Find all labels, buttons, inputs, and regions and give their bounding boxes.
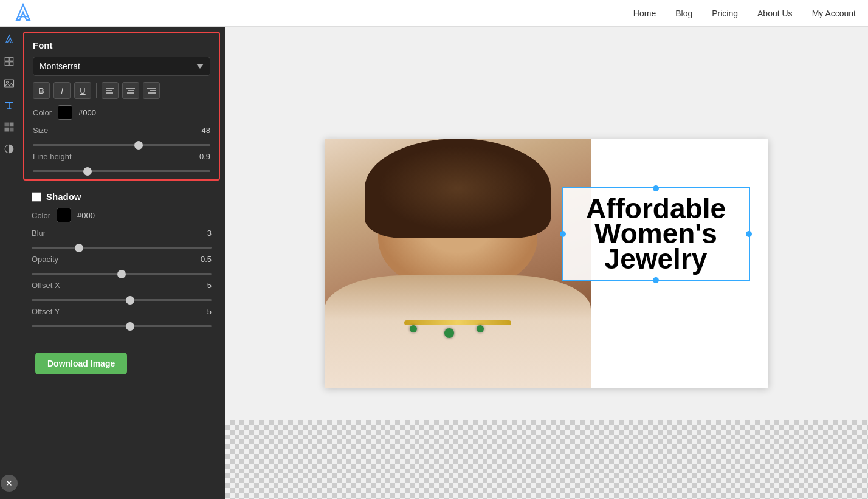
shadow-title: Shadow <box>46 191 81 202</box>
offset-x-slider-container <box>32 292 212 301</box>
main-area: ✕ Font Montserrat Arial Helvetica Georgi… <box>0 27 868 499</box>
nav-pricing[interactable]: Pricing <box>712 9 738 18</box>
align-left-button[interactable] <box>102 82 119 99</box>
offset-x-row: Offset X 5 <box>32 281 212 290</box>
shadow-color-label: Color <box>32 211 50 220</box>
download-area: Download Image <box>18 333 225 390</box>
shadow-color-swatch[interactable] <box>57 208 71 222</box>
size-slider[interactable] <box>33 144 210 146</box>
nav-about[interactable]: About Us <box>757 9 793 18</box>
opacity-slider-container <box>32 266 212 275</box>
blur-row: Blur 3 <box>32 229 212 238</box>
offset-y-row: Offset Y 5 <box>32 307 212 316</box>
font-color-label: Color <box>33 108 52 117</box>
offset-y-label: Offset Y <box>32 307 60 316</box>
left-panel: Font Montserrat Arial Helvetica Georgia … <box>18 27 225 499</box>
logo <box>12 2 34 24</box>
svg-rect-9 <box>10 128 14 132</box>
sidebar-icon-pattern[interactable] <box>2 120 16 134</box>
font-color-swatch[interactable] <box>58 105 72 120</box>
nav-blog[interactable]: Blog <box>675 9 692 18</box>
bold-button[interactable]: B <box>33 82 50 99</box>
format-row: B I U <box>33 82 210 99</box>
align-center-button[interactable] <box>122 82 139 99</box>
shadow-color-row: Color #000 <box>32 208 212 222</box>
shadow-color-hex: #000 <box>77 211 95 220</box>
size-slider-container <box>33 137 210 146</box>
font-section-title: Font <box>33 40 210 50</box>
sidebar-icon-layers[interactable] <box>2 55 16 68</box>
blur-slider-container <box>32 240 212 249</box>
nav-account[interactable]: My Account <box>812 9 856 18</box>
svg-rect-7 <box>10 123 14 127</box>
ad-text-block[interactable]: AffordableWomen'sJewelry <box>562 187 750 281</box>
top-nav: Home Blog Pricing About Us My Account <box>633 9 856 18</box>
offset-x-slider[interactable] <box>32 299 212 301</box>
svg-rect-4 <box>5 80 14 87</box>
line-height-slider[interactable] <box>33 170 210 172</box>
line-height-row: Line height 0.9 <box>33 152 210 161</box>
font-section: Font Montserrat Arial Helvetica Georgia … <box>23 32 220 181</box>
sidebar-icon-contrast[interactable] <box>2 142 16 156</box>
shadow-checkbox[interactable] <box>32 192 41 202</box>
sidebar-icon-image[interactable] <box>2 77 16 90</box>
size-value: 48 <box>202 126 210 135</box>
icon-sidebar: ✕ <box>0 27 18 499</box>
offset-y-slider-container <box>32 318 212 327</box>
blur-value: 3 <box>207 229 212 238</box>
blur-slider[interactable] <box>32 247 212 249</box>
topbar: Home Blog Pricing About Us My Account <box>0 0 868 27</box>
checker-pattern <box>225 420 868 499</box>
line-height-value: 0.9 <box>199 152 210 161</box>
close-button[interactable]: ✕ <box>1 475 18 492</box>
svg-rect-6 <box>5 123 9 127</box>
italic-button[interactable]: I <box>53 82 71 99</box>
download-button[interactable]: Download Image <box>35 353 127 374</box>
svg-rect-2 <box>5 62 9 66</box>
align-right-button[interactable] <box>143 82 160 99</box>
offset-x-label: Offset X <box>32 281 60 290</box>
font-dropdown[interactable]: Montserrat Arial Helvetica Georgia <box>33 57 210 76</box>
offset-y-slider[interactable] <box>32 325 212 327</box>
sidebar-icon-text[interactable] <box>2 98 16 112</box>
offset-y-value: 5 <box>207 307 212 316</box>
blur-label: Blur <box>32 229 46 238</box>
svg-rect-1 <box>10 57 13 61</box>
size-label: Size <box>33 126 48 135</box>
size-row: Size 48 <box>33 126 210 135</box>
font-color-row: Color #000 <box>33 105 210 120</box>
opacity-slider[interactable] <box>32 273 212 275</box>
woman-image <box>325 139 591 388</box>
font-color-hex: #000 <box>78 108 96 117</box>
line-height-slider-container <box>33 163 210 172</box>
svg-point-5 <box>7 81 9 83</box>
canvas-area[interactable]: AffordableWomen'sJewelry <box>225 27 868 499</box>
editor-canvas[interactable]: AffordableWomen'sJewelry <box>325 139 768 388</box>
shadow-header: Shadow <box>32 191 212 202</box>
underline-button[interactable]: U <box>74 82 91 99</box>
offset-x-value: 5 <box>207 281 212 290</box>
opacity-value: 0.5 <box>201 255 212 264</box>
opacity-row: Opacity 0.5 <box>32 255 212 264</box>
opacity-label: Opacity <box>32 255 58 264</box>
line-height-label: Line height <box>33 152 72 161</box>
svg-rect-8 <box>5 128 9 132</box>
svg-rect-3 <box>10 62 13 66</box>
svg-rect-0 <box>5 57 9 61</box>
format-divider <box>96 83 97 98</box>
shadow-section: Shadow Color #000 Blur 3 Opacity 0.5 <box>23 185 220 333</box>
sidebar-icon-logo[interactable] <box>2 33 16 46</box>
nav-home[interactable]: Home <box>633 9 656 18</box>
text-overlay[interactable]: AffordableWomen'sJewelry <box>562 187 750 281</box>
